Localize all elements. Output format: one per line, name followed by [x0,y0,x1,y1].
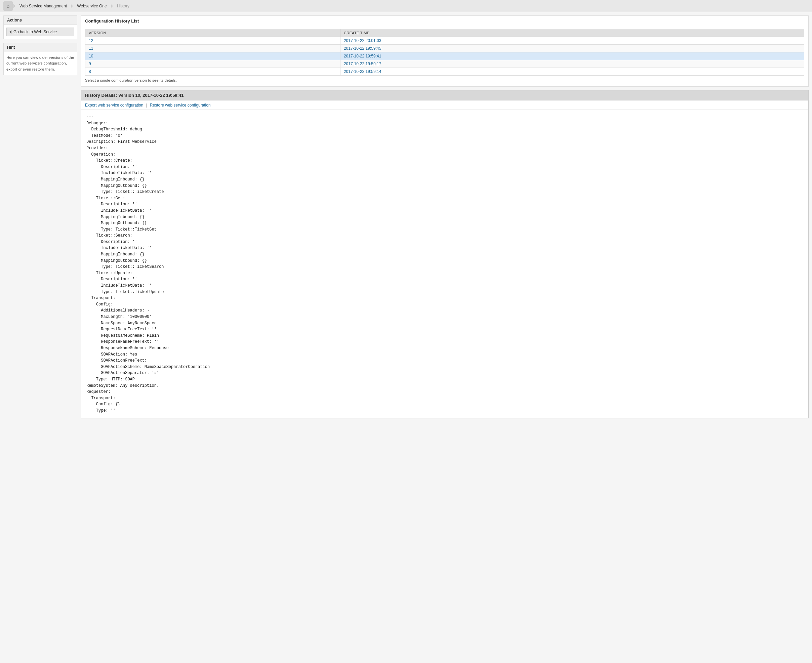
hint-section: Hint Here you can view older versions of… [3,43,77,75]
table-row[interactable]: 102017-10-22 19:59:41 [86,52,804,60]
version-link[interactable]: 12 [89,38,93,43]
cell-create-time[interactable]: 2017-10-22 19:59:41 [340,52,804,60]
config-history-section: Configuration History List VERSION CREAT… [81,15,809,87]
cell-version[interactable]: 8 [86,68,340,76]
breadcrumb-separator-1 [13,4,15,8]
breadcrumb-history: History [113,2,133,10]
history-details-header: History Details: Version 10, 2017-10-22 … [81,90,809,100]
create-time-link[interactable]: 2017-10-22 19:59:14 [344,69,381,74]
main-layout: Actions Go back to Web Service Hint Here… [0,12,812,422]
table-row[interactable]: 112017-10-22 19:59:45 [86,45,804,52]
history-actions-bar: Export web service configuration | Resto… [81,100,808,110]
cell-version[interactable]: 12 [86,37,340,45]
cell-version[interactable]: 9 [86,60,340,68]
create-time-link[interactable]: 2017-10-22 19:59:45 [344,46,381,51]
arrow-left-icon [10,30,11,34]
breadcrumb: ⌂ Web Service Management Webservice One … [0,0,812,12]
col-create-time: CREATE TIME [340,29,804,37]
config-history-body: VERSION CREATE TIME 122017-10-22 20:01:0… [81,26,808,86]
create-time-link[interactable]: 2017-10-22 19:59:41 [344,54,381,58]
config-history-table: VERSION CREATE TIME 122017-10-22 20:01:0… [85,29,804,76]
content-area: Configuration History List VERSION CREAT… [81,15,809,418]
go-back-label: Go back to Web Service [13,29,57,34]
select-hint: Select a single configuration version to… [85,78,804,82]
cell-version[interactable]: 10 [86,52,340,60]
version-link[interactable]: 10 [89,54,93,58]
table-row[interactable]: 92017-10-22 19:59:17 [86,60,804,68]
actions-title: Actions [4,16,77,25]
version-link[interactable]: 8 [89,69,91,74]
create-time-link[interactable]: 2017-10-22 20:01:03 [344,38,381,43]
cell-create-time[interactable]: 2017-10-22 19:59:14 [340,68,804,76]
cell-create-time[interactable]: 2017-10-22 19:59:17 [340,60,804,68]
history-details-body: Export web service configuration | Resto… [81,100,809,418]
sidebar: Actions Go back to Web Service Hint Here… [3,15,77,418]
version-link[interactable]: 9 [89,61,91,66]
col-version: VERSION [86,29,340,37]
cell-create-time[interactable]: 2017-10-22 19:59:45 [340,45,804,52]
create-time-link[interactable]: 2017-10-22 19:59:17 [344,61,381,66]
cell-version[interactable]: 11 [86,45,340,52]
config-history-title: Configuration History List [81,16,808,26]
actions-content: Go back to Web Service [4,25,77,39]
history-code-block: --- Debugger: DebugThreshold: debug Test… [81,110,808,418]
history-details-section: History Details: Version 10, 2017-10-22 … [81,90,809,418]
breadcrumb-webservice-one[interactable]: Webservice One [74,2,110,10]
actions-section: Actions Go back to Web Service [3,15,77,39]
table-row[interactable]: 82017-10-22 19:59:14 [86,68,804,76]
breadcrumb-separator-3 [111,4,113,8]
export-config-link[interactable]: Export web service configuration [85,103,143,108]
cell-create-time[interactable]: 2017-10-22 20:01:03 [340,37,804,45]
action-separator: | [146,102,147,108]
breadcrumb-separator-2 [71,4,73,8]
hint-text: Here you can view older versions of the … [4,52,77,75]
breadcrumb-web-service-management[interactable]: Web Service Management [16,2,70,10]
go-back-button[interactable]: Go back to Web Service [6,27,74,36]
home-icon[interactable]: ⌂ [3,2,13,11]
table-row[interactable]: 122017-10-22 20:01:03 [86,37,804,45]
restore-config-link[interactable]: Restore web service configuration [150,103,211,108]
hint-title: Hint [4,43,77,52]
version-link[interactable]: 11 [89,46,93,51]
